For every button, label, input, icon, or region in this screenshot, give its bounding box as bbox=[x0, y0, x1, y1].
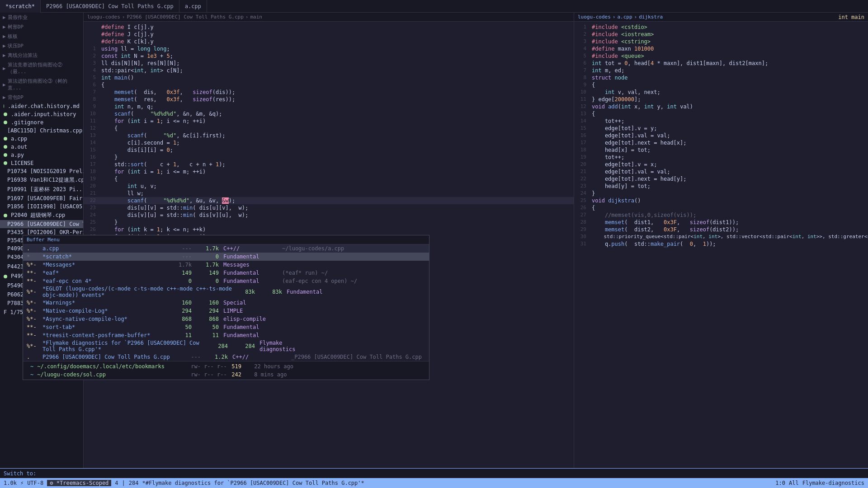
minibuffer-label: Switch to: bbox=[4, 470, 36, 477]
buffer-row-p2966[interactable]: . P2966 [USAC009DEC] Cow Toll Paths G.cp… bbox=[23, 353, 429, 361]
code-line: 7 int m, ed; bbox=[574, 67, 868, 74]
sidebar-item-p1697[interactable]: P1697 [USAC009FEB] Fair S... bbox=[0, 194, 83, 202]
code-line: 15 dis[i][i] = 0; bbox=[84, 146, 574, 154]
chevron-right-icon8: ▶ bbox=[3, 94, 6, 100]
status-position: 1:0 bbox=[775, 480, 785, 486]
chevron-right-icon: ▶ bbox=[3, 14, 6, 20]
code-line: 5 #include <queue> bbox=[574, 52, 868, 60]
sidebar-section-morning[interactable]: ▶ 晨假作业 bbox=[0, 13, 83, 22]
buffer-row-eaf-epc[interactable]: **- *eaf-epc con 4* 0 0 Fundamental (eaf… bbox=[23, 277, 429, 285]
recent-file-bookmarks[interactable]: ~ ~/.config/dooemacs/.local/etc/bookmark… bbox=[27, 362, 425, 371]
code-line: 3 ll dis[N][N], res[N][N]; bbox=[84, 60, 574, 67]
code-line: 6 int tot = 0, head[4 * maxn], dist1[max… bbox=[574, 60, 868, 67]
recent-file-sol[interactable]: ~ ~/luogu-codes/sol.cpp rw- r-- r-- 242 … bbox=[27, 371, 425, 379]
code-line: 22 scanf( "%d%d%d", &u, &v, &w); bbox=[84, 197, 574, 204]
chevron-right-icon6: ▶ bbox=[3, 66, 6, 71]
code-line: 21 ll w; bbox=[84, 190, 574, 197]
code-line: 14 tot++; bbox=[574, 117, 868, 125]
right-tab-label: dijkstra bbox=[639, 14, 663, 20]
sidebar-item-apy[interactable]: a.py bbox=[0, 151, 83, 159]
code-line: 24 } bbox=[574, 190, 868, 197]
code-line: 26 { bbox=[574, 204, 868, 211]
tab-scratch[interactable]: *scratch* bbox=[0, 0, 41, 13]
code-line: 14 c[i].second = 1; bbox=[84, 139, 574, 146]
sidebar-section-algo3[interactable]: ▶ 算法进阶指南图论③（树的直... bbox=[0, 76, 83, 93]
buffer-row-scratch[interactable]: * *scratch* --- 0 Fundamental bbox=[23, 253, 429, 261]
right-breadcrumb: luogu-codes bbox=[578, 14, 611, 20]
code-line: 30 std::priority_queue<std::pair<int, in… bbox=[574, 233, 868, 240]
code-line: #define K c[k].y bbox=[84, 38, 574, 45]
left-filename: P2966 [USAC009DEC] Cow Toll Paths G.cpp bbox=[127, 14, 243, 20]
right-code-editor[interactable]: 1 #include <cstdio> 2 #include <iostream… bbox=[574, 22, 868, 468]
sidebar-item-aider-input[interactable]: .aider.input.history bbox=[0, 110, 83, 118]
code-line: 9 int n, m, q; bbox=[84, 103, 574, 110]
code-line: 31 q.push( std::make_pair( 0, 1)); bbox=[574, 240, 868, 248]
sidebar-item-p1856[interactable]: P1856 [IOI1998] [USAC05.5... bbox=[0, 202, 83, 211]
sidebar-item-p10991[interactable]: P10991 [蓝桥杯 2023 Pi... bbox=[0, 185, 83, 194]
code-line: 23 head[y] = tot; bbox=[574, 183, 868, 190]
buffer-row-async-compile[interactable]: %*- *Async-native-compile-log* 868 868 e… bbox=[23, 315, 429, 323]
buffer-row-flymake[interactable]: %*- *Flymake diagnostics for `P2966 [USA… bbox=[23, 339, 429, 353]
code-line: 3 #include <cstring> bbox=[574, 38, 868, 45]
sidebar-item-license[interactable]: LICENSE bbox=[0, 159, 83, 167]
file-dot bbox=[4, 275, 7, 278]
code-line: 24 dis[v][u] = std::min( dis[v][u], w); bbox=[84, 211, 574, 219]
recent-files-section: ~ ~/.config/dooemacs/.local/etc/bookmark… bbox=[23, 361, 429, 380]
status-bar: 1.0k ⚡ UTF-8 ⚙ *Treemacs-Scoped 4 | 284 … bbox=[0, 478, 868, 488]
minibuffer-input[interactable] bbox=[38, 470, 107, 477]
file-dot bbox=[4, 161, 7, 165]
sidebar-item-p10734[interactable]: P10734 [NOISIG2019 Prelim] bbox=[0, 167, 83, 175]
status-all: All bbox=[789, 480, 799, 486]
status-filename: *#Flymake diagnostics for `P2966 [USAC00… bbox=[142, 480, 772, 486]
buffer-row-native-log[interactable]: %*- *Native-compile-Log* 294 294 LIMPLE bbox=[23, 307, 429, 315]
code-line: 13 scanf( "%d", &c[i].first); bbox=[84, 132, 574, 139]
status-branch: ⚙ *Treemacs-Scoped bbox=[47, 480, 111, 486]
sidebar-item-p2966[interactable]: P2966 [USAC009DEC] Cow To... bbox=[0, 220, 83, 228]
code-line: 4 std::pair<int, int> c[N]; bbox=[84, 67, 574, 74]
code-line: 10 int v, val, next; bbox=[574, 89, 868, 96]
buffer-row-acpp[interactable]: . a.cpp --- 1.7k C++// ~/luogu-codes/a.c… bbox=[23, 244, 429, 253]
tab-cow-toll[interactable]: P2966 [USAC009DEC] Cow Toll Paths G.cpp bbox=[41, 0, 179, 13]
sidebar-item-p16938[interactable]: P16938 Van1和C12提速黑.cpp bbox=[0, 175, 83, 185]
tab-acpp[interactable]: a.cpp bbox=[179, 0, 207, 13]
sidebar-section-algo2[interactable]: ▶ 算法竞赛进阶指南图论②（最... bbox=[0, 60, 83, 76]
buffer-row-eaf[interactable]: **- *eaf* 149 149 Fundamental (*eaf* run… bbox=[23, 269, 429, 277]
sidebar-item-aout[interactable]: a.out bbox=[0, 143, 83, 151]
sidebar-section-offline[interactable]: ▶ 离线分治算法 bbox=[0, 51, 83, 60]
code-line: 19 tot++; bbox=[574, 154, 868, 161]
code-line: 16 edge[tot].val = val; bbox=[574, 132, 868, 139]
sidebar-item-aider-chat[interactable]: .aider.chat.history.md bbox=[0, 102, 83, 110]
code-line: 16 } bbox=[84, 154, 574, 161]
buffer-row-warnings[interactable]: %*- *Warnings* 160 160 Special bbox=[23, 299, 429, 307]
right-editor-header: luogu-codes › a.cpp › dijkstra int main bbox=[574, 13, 868, 22]
sidebar-section-knapsack[interactable]: ▶ 背包DP bbox=[0, 93, 83, 102]
buffer-list-overlay: Buffer Menu . a.cpp --- 1.7k C++// ~/luo… bbox=[23, 235, 429, 380]
buffer-row-treesit[interactable]: **- *treesit-context-posframe-buffer* 11… bbox=[23, 331, 429, 339]
status-sep: | bbox=[122, 480, 125, 486]
status-right-mode: Flymake-diagnostics bbox=[802, 480, 864, 486]
sidebar-section-bitmask[interactable]: ▶ 状压DP bbox=[0, 41, 83, 51]
status-encoding-icon: ⚡ bbox=[20, 480, 24, 486]
code-line: 11 for (int i = 1; i <= n; ++i) bbox=[84, 117, 574, 125]
buffer-row-messages[interactable]: %*- *Messages* 1.7k 1.7k Messages bbox=[23, 261, 429, 269]
sidebar-item-gitignore[interactable]: .gitignore bbox=[0, 118, 83, 127]
file-dot bbox=[4, 137, 7, 141]
file-dot bbox=[4, 214, 7, 217]
left-breadcrumb: luogu-codes bbox=[87, 14, 120, 20]
sidebar-item-acpp[interactable]: a.cpp bbox=[0, 135, 83, 143]
int-main-label: int main bbox=[838, 14, 864, 20]
chevron-right-icon4: ▶ bbox=[3, 43, 6, 49]
code-line: 27 //memset(vis,0,sizeof(vis)); bbox=[574, 211, 868, 219]
chevron-right-icon3: ▶ bbox=[3, 33, 6, 39]
buffer-row-sort-tab[interactable]: **- *sort-tab* 50 50 Fundamental bbox=[23, 323, 429, 331]
sidebar-item-abc115[interactable]: [ABC115D] Christmas.cpp bbox=[0, 127, 83, 135]
buffer-row-eglot[interactable]: %*- *EGLOT (luogu-codes/(c-mode c-ts-mod… bbox=[23, 285, 429, 299]
sidebar-section-tree-dp[interactable]: ▶ 树形DP bbox=[0, 22, 83, 32]
code-line: 26 for (int k = 1; k <= n; ++k) bbox=[84, 226, 574, 233]
code-line: 29 memset( dist2, 0x3F, sizeof(dist2)); bbox=[574, 226, 868, 233]
code-line: 1 #include <cstdio> bbox=[574, 23, 868, 31]
chevron-right-icon2: ▶ bbox=[3, 24, 6, 30]
code-line: 25 void dijkstra() bbox=[574, 197, 868, 204]
sidebar-item-p2040[interactable]: P2040 超级钢琴.cpp bbox=[0, 211, 83, 220]
sidebar-section-template[interactable]: ▶ 板板 bbox=[0, 32, 83, 41]
